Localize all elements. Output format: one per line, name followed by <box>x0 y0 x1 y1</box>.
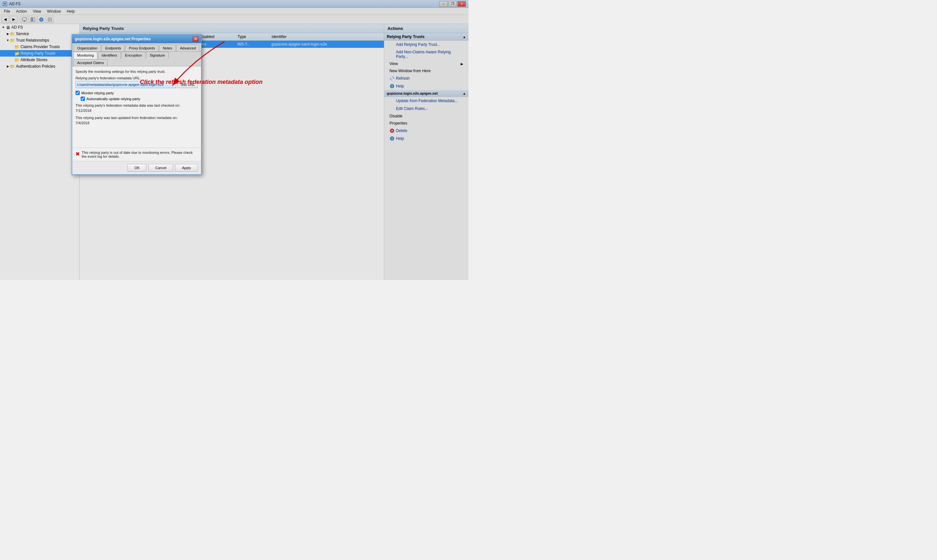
last-checked-date: 7/12/2018 <box>76 109 198 112</box>
tab-monitoring[interactable]: Monitoring <box>74 52 97 59</box>
properties-dialog: gopizone.login.e2e.apigee.net Properties… <box>72 34 202 175</box>
dialog-footer: OK Cancel Apply <box>72 161 201 174</box>
federation-url-input[interactable] <box>76 81 176 88</box>
autoupdate-label: Automatically update relying party <box>86 97 140 101</box>
monitor-checkbox-row: Monitor relying party <box>76 91 198 95</box>
ok-button[interactable]: OK <box>128 164 146 172</box>
dialog-error-row: ✖ This relying party is out of date due … <box>72 148 201 161</box>
tab-notes[interactable]: Notes <box>159 45 176 51</box>
apply-button[interactable]: Apply <box>175 164 198 172</box>
monitor-label: Monitor relying party <box>81 91 114 95</box>
dialog-title-bar: gopizone.login.e2e.apigee.net Properties… <box>72 35 201 43</box>
dialog-tabs: Organization Endpoints Proxy Endpoints N… <box>72 43 201 52</box>
dialog-tabs-row2: Monitoring Identifiers Encryption Signat… <box>72 52 201 66</box>
tab-encryption[interactable]: Encryption <box>121 52 145 58</box>
cancel-button[interactable]: Cancel <box>148 164 173 172</box>
dialog-body: Specify the monitoring settings for this… <box>72 66 201 161</box>
autoupdate-checkbox[interactable] <box>81 97 85 101</box>
tab-identifiers[interactable]: Identifiers <box>98 52 121 58</box>
tab-endpoints[interactable]: Endpoints <box>102 45 125 51</box>
last-checked-label: This relying party's federation metadata… <box>76 103 198 107</box>
test-url-button[interactable]: Test URL <box>177 81 198 88</box>
last-updated-label: This relying party was last updated from… <box>76 116 198 120</box>
dialog-close-button[interactable]: ✕ <box>193 37 199 42</box>
last-updated-date: 7/4/2018 <box>76 121 198 125</box>
autoupdate-checkbox-row: Automatically update relying party <box>81 97 198 101</box>
tab-accepted-claims[interactable]: Accepted Claims <box>74 59 108 66</box>
dialog-error-icon: ✖ <box>76 151 80 157</box>
dialog-overlay: gopizone.login.e2e.apigee.net Properties… <box>0 0 468 280</box>
dialog-error-text: This relying party is out of date due to… <box>82 151 198 158</box>
tab-advanced[interactable]: Advanced <box>176 45 199 51</box>
url-row: Test URL <box>76 81 198 88</box>
dialog-desc: Specify the monitoring settings for this… <box>76 69 198 74</box>
monitor-checkbox[interactable] <box>76 91 80 95</box>
tab-signature[interactable]: Signature <box>146 52 168 58</box>
tab-organization[interactable]: Organization <box>74 45 101 51</box>
dialog-url-label: Relying party's federation metadata URL: <box>76 76 198 80</box>
tab-proxy-endpoints[interactable]: Proxy Endpoints <box>125 45 159 51</box>
dialog-title: gopizone.login.e2e.apigee.net Properties <box>75 37 151 41</box>
